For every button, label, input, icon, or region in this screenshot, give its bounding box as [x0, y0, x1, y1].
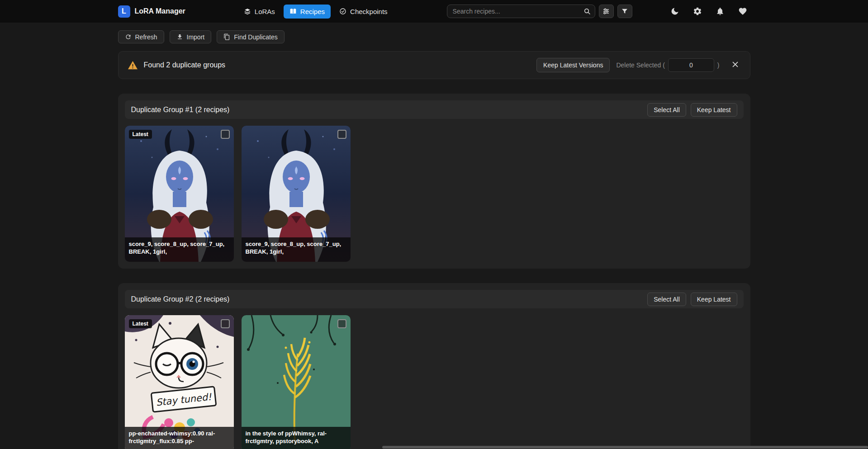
- main-content: Refresh Import Find Duplicates Found 2 d…: [118, 30, 750, 449]
- import-label: Import: [187, 33, 205, 41]
- recipe-card[interactable]: Latest score_9, score_8_up, score_7_up, …: [125, 126, 234, 262]
- horizontal-scrollbar: [0, 445, 868, 449]
- import-icon: [176, 33, 183, 40]
- group-title: Duplicate Group #2 (2 recipes): [131, 295, 230, 303]
- navbar: L LoRA Manager LoRAs Recipes: [0, 0, 868, 23]
- tab-label: Recipes: [300, 8, 325, 15]
- copy-icon: [223, 33, 230, 40]
- nav-tabs: LoRAs Recipes Checkpoints: [238, 5, 394, 19]
- funnel-button[interactable]: [617, 5, 632, 18]
- refresh-label: Refresh: [135, 33, 157, 41]
- tab-checkpoints[interactable]: Checkpoints: [333, 5, 394, 19]
- layers-icon: [244, 8, 251, 15]
- sliders-button[interactable]: [599, 5, 614, 18]
- horizontal-scrollbar-thumb[interactable]: [382, 446, 868, 449]
- latest-badge: Latest: [129, 319, 152, 328]
- recipe-card[interactable]: score_9, score_8_up, score_7_up, BREAK, …: [242, 126, 351, 262]
- tab-loras[interactable]: LoRAs: [238, 5, 281, 19]
- select-all-button[interactable]: Select All: [647, 103, 686, 117]
- group-header: Duplicate Group #2 (2 recipes) Select Al…: [125, 290, 744, 308]
- search-icon: [583, 8, 591, 15]
- group-header: Duplicate Group #1 (2 recipes) Select Al…: [125, 100, 744, 119]
- select-all-button[interactable]: Select All: [647, 293, 686, 306]
- funnel-icon: [621, 8, 628, 15]
- import-button[interactable]: Import: [170, 30, 212, 43]
- dark-mode-button[interactable]: [667, 4, 683, 19]
- book-icon: [289, 8, 297, 15]
- heart-icon: [738, 7, 747, 16]
- delete-selected-suffix: ): [717, 61, 720, 69]
- refresh-button[interactable]: Refresh: [118, 30, 164, 43]
- check-circle-icon: [339, 8, 346, 15]
- keep-latest-versions-button[interactable]: Keep Latest Versions: [536, 58, 610, 72]
- group-title: Duplicate Group #1 (2 recipes): [131, 106, 230, 114]
- gear-icon: [693, 7, 702, 16]
- card-checkbox[interactable]: [221, 130, 230, 139]
- card-row: Stay tuned! Latest pp-enchanted-whimsy:0…: [125, 315, 744, 449]
- tab-label: LoRAs: [255, 8, 275, 15]
- sliders-icon: [602, 8, 610, 15]
- search-box: [447, 5, 595, 18]
- close-icon: [731, 61, 739, 68]
- recipe-caption: score_9, score_8_up, score_7_up, BREAK, …: [242, 237, 351, 262]
- banner-close-button[interactable]: [730, 59, 741, 71]
- tab-recipes[interactable]: Recipes: [284, 5, 331, 19]
- brand: L LoRA Manager: [118, 5, 185, 18]
- card-checkbox[interactable]: [337, 319, 346, 328]
- card-checkbox[interactable]: [221, 319, 230, 328]
- find-duplicates-button[interactable]: Find Duplicates: [217, 30, 285, 43]
- duplicate-group-1: Duplicate Group #1 (2 recipes) Select Al…: [118, 94, 750, 269]
- delete-selected-control: Delete Selected ( ): [616, 58, 719, 72]
- tab-label: Checkpoints: [350, 8, 388, 15]
- app-title: LoRA Manager: [135, 7, 185, 15]
- delete-count-input[interactable]: [668, 58, 714, 72]
- banner-message: Found 2 duplicate groups: [144, 61, 226, 69]
- duplicate-banner: Found 2 duplicate groups Keep Latest Ver…: [118, 51, 750, 79]
- favorites-button[interactable]: [735, 4, 750, 19]
- delete-selected-label: Delete Selected (: [616, 61, 664, 69]
- find-duplicates-label: Find Duplicates: [234, 33, 278, 41]
- recipe-caption: score_9, score_8_up, score_7_up, BREAK, …: [125, 237, 234, 262]
- notifications-button[interactable]: [712, 4, 728, 19]
- latest-badge: Latest: [129, 130, 152, 139]
- nav-icon-cluster: [667, 4, 750, 19]
- duplicate-group-2: Duplicate Group #2 (2 recipes) Select Al…: [118, 283, 750, 449]
- bell-icon: [716, 7, 725, 16]
- refresh-icon: [125, 33, 132, 40]
- warning-icon: [128, 60, 138, 71]
- search-input[interactable]: [447, 5, 595, 18]
- card-checkbox[interactable]: [337, 130, 346, 139]
- settings-button[interactable]: [690, 4, 705, 19]
- recipe-card[interactable]: in the style of ppWhimsy, ral-frctlgmtry…: [242, 315, 351, 449]
- toolbar: Refresh Import Find Duplicates: [118, 30, 750, 43]
- card-row: Latest score_9, score_8_up, score_7_up, …: [125, 126, 744, 262]
- moon-icon: [670, 7, 679, 16]
- keep-latest-button[interactable]: Keep Latest: [691, 103, 737, 117]
- recipe-card[interactable]: Stay tuned! Latest pp-enchanted-whimsy:0…: [125, 315, 234, 449]
- search-group: [447, 5, 632, 18]
- keep-latest-button[interactable]: Keep Latest: [691, 293, 737, 306]
- app-logo: L: [118, 5, 130, 18]
